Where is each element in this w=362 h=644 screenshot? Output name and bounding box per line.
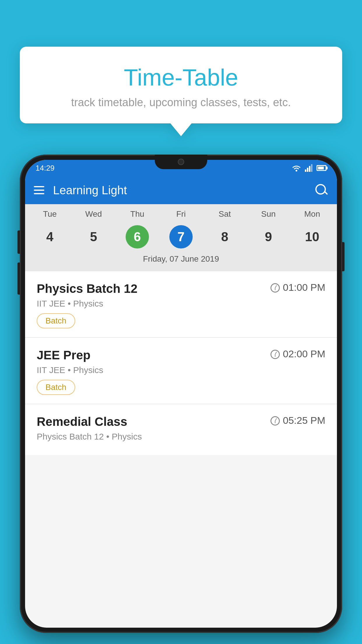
wifi-icon: [291, 164, 301, 172]
clock-icon: [270, 283, 280, 293]
schedule-item-physics-batch-12[interactable]: Physics Batch 12 01:00 PM IIT JEE • Phys…: [25, 271, 337, 338]
clock-icon: [270, 350, 280, 359]
svg-rect-1: [305, 169, 306, 172]
calendar-section: Tue Wed Thu Fri Sat: [25, 204, 337, 271]
app-header: Learning Light: [25, 176, 337, 204]
batch-badge: Batch: [37, 380, 75, 395]
weekday-wed: Wed: [75, 209, 113, 222]
schedule-title: Physics Batch 12: [37, 282, 138, 296]
schedule-time: 02:00 PM: [270, 348, 325, 360]
tooltip-subtitle: track timetable, upcoming classes, tests…: [34, 96, 328, 109]
date-7-selected[interactable]: 7: [162, 225, 200, 249]
weekday-sat: Sat: [206, 209, 244, 222]
weekday-tue: Tue: [31, 209, 69, 222]
schedule-subtitle: Physics Batch 12 • Physics: [37, 432, 325, 442]
signal-icon: [305, 164, 313, 172]
app-title: Learning Light: [53, 184, 315, 197]
schedule-title: JEE Prep: [37, 348, 90, 362]
status-time: 14:29: [36, 164, 55, 173]
date-9[interactable]: 9: [249, 225, 287, 249]
schedule-item-jee-prep[interactable]: JEE Prep 02:00 PM IIT JEE • Physics Batc…: [25, 338, 337, 404]
phone-frame: 14:29: [20, 155, 342, 633]
schedule-time: 05:25 PM: [270, 415, 325, 426]
schedule-title: Remedial Class: [37, 415, 127, 429]
weekday-row: Tue Wed Thu Fri Sat: [25, 204, 337, 223]
date-8[interactable]: 8: [206, 225, 244, 249]
date-5[interactable]: 5: [75, 225, 113, 249]
status-icons: [291, 164, 326, 172]
weekday-thu: Thu: [118, 209, 156, 222]
schedule-time: 01:00 PM: [270, 282, 325, 293]
date-10[interactable]: 10: [293, 225, 331, 249]
hamburger-menu-icon[interactable]: [34, 186, 44, 194]
schedule-item-remedial-class[interactable]: Remedial Class 05:25 PM Physics Batch 12…: [25, 404, 337, 455]
phone-screen: 14:29: [25, 160, 337, 628]
front-camera: [178, 159, 184, 165]
phone-mockup: 14:29: [20, 155, 342, 633]
svg-point-0: [296, 170, 297, 172]
date-row: 4 5 6 7 8: [25, 223, 337, 253]
clock-icon: [270, 416, 280, 426]
phone-notch: [155, 155, 207, 169]
tooltip-card: Time-Table track timetable, upcoming cla…: [20, 47, 342, 123]
weekday-mon: Mon: [293, 209, 331, 222]
selected-date-label: Friday, 07 June 2019: [25, 253, 337, 268]
svg-rect-2: [307, 168, 308, 172]
svg-rect-4: [311, 164, 312, 172]
batch-badge: Batch: [37, 313, 75, 328]
weekday-sun: Sun: [249, 209, 287, 222]
tooltip-title: Time-Table: [34, 64, 328, 91]
schedule-subtitle: IIT JEE • Physics: [37, 299, 325, 309]
weekday-fri: Fri: [162, 209, 200, 222]
date-6-today[interactable]: 6: [118, 225, 156, 249]
search-button[interactable]: [315, 183, 328, 197]
schedule-list: Physics Batch 12 01:00 PM IIT JEE • Phys…: [25, 271, 337, 455]
date-4[interactable]: 4: [31, 225, 69, 249]
svg-rect-3: [309, 166, 310, 172]
battery-icon: [317, 165, 326, 171]
schedule-subtitle: IIT JEE • Physics: [37, 365, 325, 375]
